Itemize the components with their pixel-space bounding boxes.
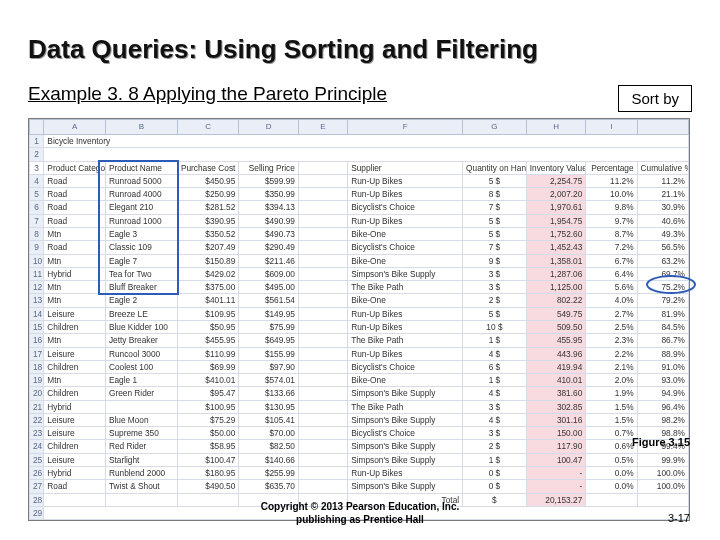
- table-row: 18ChildrenCoolest 100$69.99$97.90Bicycli…: [30, 360, 689, 373]
- table-row: 4RoadRunroad 5000$450.95$599.99Run-Up Bi…: [30, 174, 689, 187]
- col-header: D: [239, 120, 299, 135]
- table-row: 13MtnEagle 2$401.11$561.54Bike-One2 $802…: [30, 294, 689, 307]
- table-row: 8MtnEagle 3$350.52$490.73Bike-One5 $1,75…: [30, 227, 689, 240]
- table-row: 14LeisureBreeze LE$109.95$149.95Run-Up B…: [30, 307, 689, 320]
- col-header: I: [586, 120, 637, 135]
- col-header: C: [177, 120, 239, 135]
- sort-by-box: Sort by: [618, 85, 692, 112]
- copyright: Copyright © 2013 Pearson Education, Inc.…: [0, 500, 720, 526]
- col-header: E: [298, 120, 347, 135]
- col-header: [30, 120, 44, 135]
- table-row: 25LeisureStarlight$100.47$140.66Simpson'…: [30, 453, 689, 466]
- table-row: 9RoadClassic 109$207.49$290.49Bicyclist'…: [30, 241, 689, 254]
- col-header: A: [44, 120, 106, 135]
- table-row: 19MtnEagle 1$410.01$574.01Bike-One1 $410…: [30, 374, 689, 387]
- table-row: 16MtnJetty Breaker$455.95$649.95The Bike…: [30, 334, 689, 347]
- table-row: 10MtnEagle 7$150.89$211.46Bike-One9 $1,3…: [30, 254, 689, 267]
- page-number: 3-17: [668, 512, 690, 524]
- table-row: 11HybridTea for Two$429.02$609.00Simpson…: [30, 267, 689, 280]
- table-row: 22LeisureBlue Moon$75.29$105.41Simpson's…: [30, 413, 689, 426]
- spreadsheet: ABCDEFGHI 1Bicycle Inventory2 3Product C…: [28, 118, 690, 521]
- example-title: Example 3. 8 Applying the Pareto Princip…: [28, 83, 387, 105]
- col-header: H: [526, 120, 586, 135]
- spreadsheet-table: ABCDEFGHI 1Bicycle Inventory2 3Product C…: [29, 119, 689, 520]
- col-header: B: [105, 120, 177, 135]
- table-row: 17LeisureRuncool 3000$110.99$155.99Run-U…: [30, 347, 689, 360]
- col-header: G: [463, 120, 527, 135]
- table-row: 12MtnBluff Breaker$375.00$495.00The Bike…: [30, 281, 689, 294]
- table-row: 5RoadRunroad 4000$250.99$350.99Run-Up Bi…: [30, 188, 689, 201]
- table-row: 24ChildrenRed Rider$58.95$82.50Simpson's…: [30, 440, 689, 453]
- table-row: 15ChildrenBlue Kidder 100$50.95$75.99Run…: [30, 320, 689, 333]
- table-row: 20ChildrenGreen Rider$95.47$133.66Simpso…: [30, 387, 689, 400]
- table-row: 27RoadTwist & Shout$490.50$635.70Simpson…: [30, 480, 689, 493]
- table-row: 23LeisureSupreme 350$50.00$70.00Bicyclis…: [30, 427, 689, 440]
- column-header-row: ABCDEFGHI: [30, 120, 689, 135]
- slide-title: Data Queries: Using Sorting and Filterin…: [28, 34, 692, 65]
- col-header: [637, 120, 688, 135]
- col-header: F: [348, 120, 463, 135]
- table-row: 6RoadElegant 210$281.52$394.13Bicyclist'…: [30, 201, 689, 214]
- table-row: 26HybridRunblend 2000$180.95$255.99Run-U…: [30, 467, 689, 480]
- figure-label: Figure 3.15: [632, 436, 690, 448]
- table-row: 21Hybrid$100.95$130.95The Bike Path3 $30…: [30, 400, 689, 413]
- table-row: 7RoadRunroad 1000$390.95$490.99Run-Up Bi…: [30, 214, 689, 227]
